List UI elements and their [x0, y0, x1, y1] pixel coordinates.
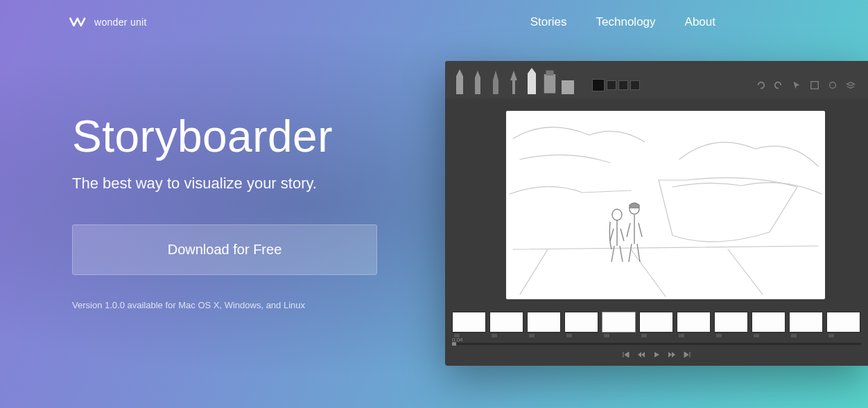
- version-note: Version 1.0.0 available for Mac OS X, Wi…: [72, 300, 433, 310]
- canvas-area: [445, 98, 868, 306]
- color-swatch-3[interactable]: [630, 80, 640, 90]
- color-swatches: [592, 79, 640, 91]
- thumbnail-4[interactable]: [564, 312, 598, 332]
- nav-stories[interactable]: Stories: [530, 15, 567, 29]
- brush-tool-icon[interactable]: [524, 65, 539, 96]
- redo-icon[interactable]: [774, 80, 783, 90]
- play-icon[interactable]: [652, 351, 661, 359]
- site-header: wonder unit Stories Technology About: [0, 0, 868, 29]
- svg-rect-0: [544, 74, 556, 93]
- pen-tool-icon[interactable]: [488, 65, 503, 96]
- skip-start-icon[interactable]: [622, 351, 630, 359]
- brand-name: wonder unit: [94, 17, 147, 28]
- nav-about[interactable]: About: [685, 15, 715, 29]
- onion-icon[interactable]: [828, 80, 837, 90]
- brand-logo[interactable]: wonder unit: [69, 16, 147, 28]
- hero-title: Storyboarder: [72, 111, 433, 162]
- hero-section: Storyboarder The best way to visualize y…: [72, 111, 433, 310]
- app-preview-window: 0:04: [445, 61, 868, 366]
- timeline-position: 0:04: [445, 335, 868, 343]
- cursor-icon[interactable]: [792, 80, 801, 90]
- playback-controls: [445, 345, 868, 363]
- drawing-canvas[interactable]: [506, 111, 825, 299]
- color-swatch-2[interactable]: [618, 80, 628, 90]
- app-toolbar: [445, 61, 868, 98]
- pencil-tool-2-icon[interactable]: [470, 65, 485, 96]
- svg-rect-1: [546, 71, 554, 76]
- toolbar-actions: [756, 80, 856, 90]
- svg-rect-3: [811, 82, 819, 89]
- undo-icon[interactable]: [756, 80, 765, 90]
- hero-subtitle: The best way to visualize your story.: [72, 175, 433, 193]
- color-swatch-current[interactable]: [592, 79, 605, 91]
- thumbnail-11[interactable]: [826, 312, 860, 332]
- pencil-tool-icon[interactable]: [452, 65, 467, 96]
- grid-icon[interactable]: [810, 80, 819, 90]
- timeline-scrubber[interactable]: [452, 343, 861, 345]
- download-button[interactable]: Download for Free: [72, 224, 377, 275]
- layers-icon[interactable]: [846, 80, 856, 90]
- rewind-icon[interactable]: [637, 351, 645, 359]
- thumbnail-2[interactable]: [489, 312, 523, 332]
- thumbnail-5[interactable]: [602, 312, 636, 332]
- thumbnail-9[interactable]: [752, 312, 785, 332]
- marker-tool-icon[interactable]: [542, 65, 557, 96]
- thumbnail-8[interactable]: [714, 312, 748, 332]
- thumbnail-1[interactable]: [452, 312, 486, 332]
- main-nav: Stories Technology About: [530, 15, 715, 29]
- svg-rect-2: [562, 80, 574, 94]
- forward-icon[interactable]: [668, 351, 676, 359]
- thumbnail-strip: [445, 306, 868, 335]
- thumbnail-6[interactable]: [639, 312, 673, 332]
- eraser-tool-icon[interactable]: [560, 65, 575, 96]
- nav-technology[interactable]: Technology: [596, 15, 656, 29]
- logo-icon: [69, 16, 87, 28]
- svg-point-4: [830, 82, 836, 89]
- thumbnail-10[interactable]: [789, 312, 823, 332]
- svg-point-5: [612, 209, 622, 220]
- skip-end-icon[interactable]: [683, 351, 691, 359]
- color-swatch-1[interactable]: [607, 80, 616, 90]
- thumbnail-7[interactable]: [677, 312, 711, 332]
- thumbnail-3[interactable]: [527, 312, 561, 332]
- nib-tool-icon[interactable]: [506, 65, 521, 96]
